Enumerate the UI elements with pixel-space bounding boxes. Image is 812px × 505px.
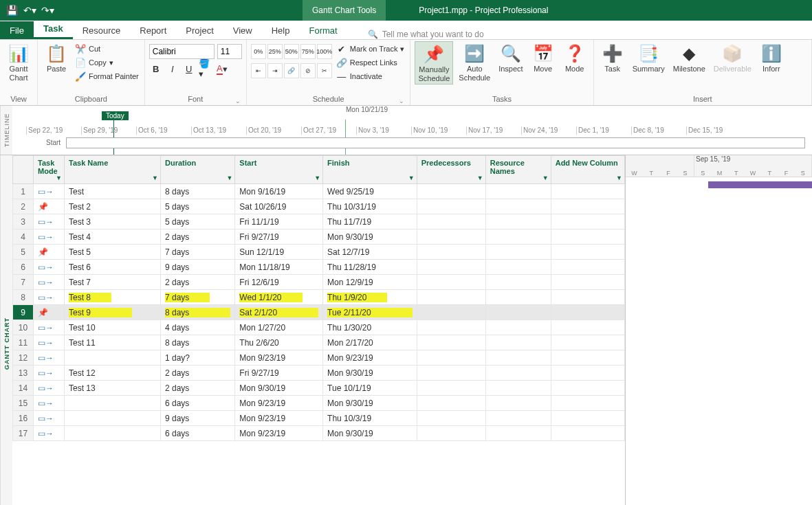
auto-schedule-button[interactable]: ➡️ Auto Schedule [456,41,493,83]
add-column-cell[interactable] [551,320,624,335]
table-row[interactable]: 15▭→6 daysMon 9/23/19Mon 9/30/19 [13,396,625,411]
predecessors-cell[interactable] [417,350,485,366]
resource-cell[interactable] [485,335,551,350]
task-name-cell[interactable]: Test 6 [65,260,161,275]
duration-cell[interactable]: 9 days [161,260,235,275]
font-size-input[interactable] [217,44,242,59]
duration-cell[interactable]: 5 days [161,214,235,229]
finish-cell[interactable]: Thu 11/28/19 [323,260,417,275]
tab-task[interactable]: Task [34,19,73,39]
predecessors-cell[interactable] [417,411,485,426]
resource-cell[interactable] [485,396,551,411]
start-cell[interactable]: Fri 9/27/19 [235,366,323,381]
inspect-button[interactable]: 🔍 Inspect [496,41,525,75]
task-mode-cell[interactable]: ▭→ [34,350,65,366]
finish-cell[interactable]: Thu 1/30/20 [323,320,417,335]
pct-50[interactable]: 50% [284,44,299,59]
add-column-cell[interactable] [551,290,624,305]
indent-icon[interactable]: ⇥ [267,63,283,78]
mode-button[interactable]: ❓ Mode [560,41,589,75]
finish-cell[interactable]: Mon 9/30/19 [323,229,417,245]
respect-links-button[interactable]: 🔗Respect Links [335,56,406,69]
resource-cell[interactable] [485,290,551,305]
task-name-cell[interactable]: Test 12 [65,366,161,381]
start-cell[interactable]: Fri 12/6/19 [235,275,323,290]
start-cell[interactable]: Mon 9/23/19 [235,396,323,411]
add-column-cell[interactable] [551,229,624,245]
duration-cell[interactable]: 2 days [161,229,235,245]
start-cell[interactable]: Sat 10/26/19 [235,199,323,214]
pct-25[interactable]: 25% [267,44,283,59]
resource-cell[interactable] [485,199,551,214]
row-number[interactable]: 11 [13,335,34,350]
task-name-cell[interactable]: Test [65,184,161,199]
add-column-cell[interactable] [551,275,624,290]
task-name-cell[interactable]: Test 13 [65,381,161,396]
task-mode-cell[interactable]: ▭→ [34,381,65,396]
resource-cell[interactable] [485,411,551,426]
resource-cell[interactable] [485,214,551,229]
start-cell[interactable]: Thu 2/6/20 [235,335,323,350]
cut-button[interactable]: ✂️Cut [74,43,140,55]
bold-button[interactable]: B [149,62,163,76]
resource-cell[interactable] [485,381,551,396]
predecessors-cell[interactable] [417,275,485,290]
table-row[interactable]: 4▭→Test 42 daysFri 9/27/19Mon 9/30/19 [13,229,625,245]
predecessors-cell[interactable] [417,426,485,441]
summary-button[interactable]: 📑 Summary [630,41,668,75]
duration-cell[interactable]: 6 days [161,396,235,411]
gantt-table[interactable]: Task Mode▼ Task Name▼ Duration▼ Start▼ F… [12,155,626,505]
finish-cell[interactable]: Thu 10/3/19 [323,411,417,426]
undo-icon[interactable]: ↶ ▾ [22,3,37,18]
table-row[interactable]: 1▭→Test8 daysMon 9/16/19Wed 9/25/19 [13,184,625,199]
table-row[interactable]: 9📌Test 98 daysSat 2/1/20Tue 2/11/20 [13,305,625,320]
duration-cell[interactable]: 2 days [161,366,235,381]
add-column-cell[interactable] [551,199,624,214]
table-row[interactable]: 7▭→Test 72 daysFri 12/6/19Mon 12/9/19 [13,275,625,290]
task-name-cell[interactable]: Test 11 [65,335,161,350]
row-number[interactable]: 9 [13,305,34,320]
predecessors-cell[interactable] [417,366,485,381]
row-number[interactable]: 13 [13,366,34,381]
milestone-button[interactable]: ◆ Milestone [670,41,708,75]
task-mode-cell[interactable]: ▭→ [34,184,65,199]
pct-0[interactable]: 0% [251,44,266,59]
row-number[interactable]: 16 [13,411,34,426]
tell-me-search[interactable]: 🔍 Tell me what you want to do [368,30,484,39]
task-name-cell[interactable] [65,426,161,441]
start-cell[interactable]: Mon 9/23/19 [235,350,323,366]
add-column-cell[interactable] [551,335,624,350]
table-row[interactable]: 13▭→Test 122 daysFri 9/27/19Mon 9/30/19 [13,366,625,381]
paste-button[interactable]: 📋 Paste [42,41,71,75]
font-name-input[interactable] [149,44,215,59]
task-bar[interactable] [708,181,812,188]
table-row[interactable]: 3▭→Test 35 daysFri 11/1/19Thu 11/7/19 [13,214,625,229]
row-number[interactable]: 4 [13,229,34,245]
predecessors-cell[interactable] [417,396,485,411]
tab-project[interactable]: Project [176,21,223,39]
finish-cell[interactable]: Mon 12/9/19 [323,275,417,290]
add-column-cell[interactable] [551,366,624,381]
row-number[interactable]: 7 [13,275,34,290]
row-number[interactable]: 6 [13,260,34,275]
predecessors-cell[interactable] [417,335,485,350]
predecessors-cell[interactable] [417,214,485,229]
font-color-button[interactable]: A▾ [215,62,229,76]
task-name-cell[interactable]: Test 9 [65,305,161,320]
italic-button[interactable]: I [166,62,179,76]
finish-cell[interactable]: Tue 2/11/20 [323,305,417,320]
finish-cell[interactable]: Wed 9/25/19 [323,184,417,199]
predecessors-cell[interactable] [417,184,485,199]
resource-cell[interactable] [485,350,551,366]
duration-cell[interactable]: 6 days [161,426,235,441]
task-mode-cell[interactable]: ▭→ [34,275,65,290]
tab-resource[interactable]: Resource [73,21,131,39]
start-cell[interactable]: Sat 2/1/20 [235,305,323,320]
copy-button[interactable]: 📄Copy ▾ [74,56,140,69]
link-icon[interactable]: 🔗 [284,63,299,78]
predecessors-cell[interactable] [417,305,485,320]
resource-cell[interactable] [485,184,551,199]
start-cell[interactable]: Mon 9/23/19 [235,411,323,426]
duration-cell[interactable]: 4 days [161,320,235,335]
row-number[interactable]: 14 [13,381,34,396]
